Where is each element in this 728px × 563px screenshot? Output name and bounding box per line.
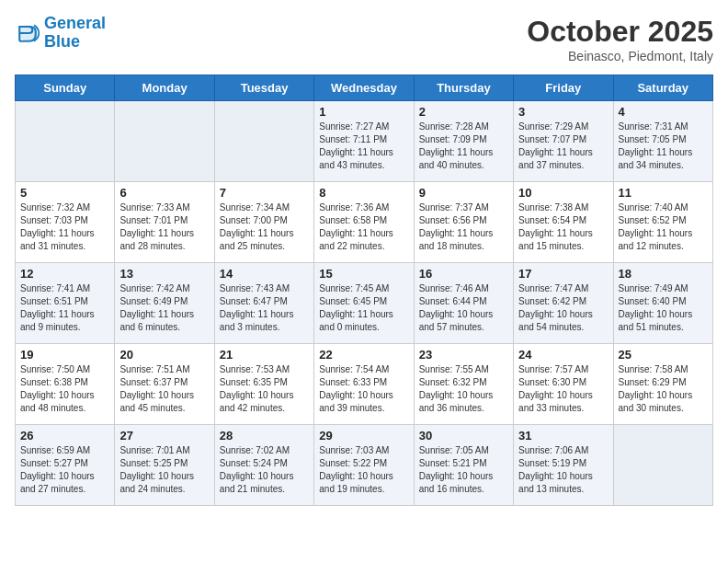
day-number: 8 <box>319 186 408 200</box>
calendar-cell: 23Sunrise: 7:55 AM Sunset: 6:32 PM Dayli… <box>414 344 513 425</box>
day-info: Sunrise: 7:28 AM Sunset: 7:09 PM Dayligh… <box>419 121 508 172</box>
calendar-cell: 26Sunrise: 6:59 AM Sunset: 5:27 PM Dayli… <box>16 425 115 506</box>
calendar-week-row: 12Sunrise: 7:41 AM Sunset: 6:51 PM Dayli… <box>16 263 713 344</box>
weekday-header: Saturday <box>613 75 712 101</box>
day-number: 19 <box>20 348 109 362</box>
calendar-cell: 18Sunrise: 7:49 AM Sunset: 6:40 PM Dayli… <box>613 263 712 344</box>
calendar-cell: 7Sunrise: 7:34 AM Sunset: 7:00 PM Daylig… <box>214 182 313 263</box>
day-number: 28 <box>220 429 309 442</box>
calendar-cell: 24Sunrise: 7:57 AM Sunset: 6:30 PM Dayli… <box>514 344 613 425</box>
day-number: 23 <box>419 348 508 362</box>
calendar-cell: 21Sunrise: 7:53 AM Sunset: 6:35 PM Dayli… <box>214 344 313 425</box>
calendar-cell: 9Sunrise: 7:37 AM Sunset: 6:56 PM Daylig… <box>414 182 513 263</box>
day-number: 2 <box>419 105 508 119</box>
day-number: 13 <box>119 267 209 281</box>
calendar-cell: 13Sunrise: 7:42 AM Sunset: 6:49 PM Dayli… <box>115 263 214 344</box>
day-number: 1 <box>319 105 408 119</box>
calendar-week-row: 19Sunrise: 7:50 AM Sunset: 6:38 PM Dayli… <box>16 344 713 425</box>
weekday-header: Wednesday <box>314 75 414 101</box>
day-number: 4 <box>619 105 708 119</box>
day-number: 30 <box>419 429 508 442</box>
day-info: Sunrise: 7:40 AM Sunset: 6:52 PM Dayligh… <box>619 201 708 253</box>
day-info: Sunrise: 7:01 AM Sunset: 5:25 PM Dayligh… <box>119 444 209 496</box>
calendar-cell: 1Sunrise: 7:27 AM Sunset: 7:11 PM Daylig… <box>314 101 414 182</box>
day-number: 12 <box>20 267 109 281</box>
calendar-cell: 28Sunrise: 7:02 AM Sunset: 5:24 PM Dayli… <box>214 425 313 506</box>
day-number: 10 <box>518 186 608 200</box>
day-info: Sunrise: 7:45 AM Sunset: 6:45 PM Dayligh… <box>319 282 408 334</box>
calendar-cell: 20Sunrise: 7:51 AM Sunset: 6:37 PM Dayli… <box>115 344 214 425</box>
day-info: Sunrise: 6:59 AM Sunset: 5:27 PM Dayligh… <box>20 444 109 496</box>
weekday-header: Thursday <box>414 75 513 101</box>
day-number: 14 <box>220 267 309 281</box>
calendar-cell: 27Sunrise: 7:01 AM Sunset: 5:25 PM Dayli… <box>115 425 214 506</box>
day-info: Sunrise: 7:34 AM Sunset: 7:00 PM Dayligh… <box>220 201 309 253</box>
calendar-cell: 8Sunrise: 7:36 AM Sunset: 6:58 PM Daylig… <box>314 182 414 263</box>
calendar-cell: 11Sunrise: 7:40 AM Sunset: 6:52 PM Dayli… <box>613 182 712 263</box>
day-info: Sunrise: 7:57 AM Sunset: 6:30 PM Dayligh… <box>518 363 608 415</box>
day-number: 9 <box>419 186 508 200</box>
day-info: Sunrise: 7:31 AM Sunset: 7:05 PM Dayligh… <box>619 121 708 172</box>
day-number: 11 <box>619 186 708 200</box>
calendar-cell: 10Sunrise: 7:38 AM Sunset: 6:54 PM Dayli… <box>514 182 613 263</box>
day-number: 18 <box>619 267 708 281</box>
calendar-cell: 14Sunrise: 7:43 AM Sunset: 6:47 PM Dayli… <box>214 263 313 344</box>
weekday-header: Tuesday <box>214 75 313 101</box>
day-info: Sunrise: 7:29 AM Sunset: 7:07 PM Dayligh… <box>518 121 608 172</box>
day-info: Sunrise: 7:37 AM Sunset: 6:56 PM Dayligh… <box>419 201 508 253</box>
calendar-cell: 12Sunrise: 7:41 AM Sunset: 6:51 PM Dayli… <box>16 263 115 344</box>
calendar-week-row: 26Sunrise: 6:59 AM Sunset: 5:27 PM Dayli… <box>16 425 713 506</box>
day-info: Sunrise: 7:55 AM Sunset: 6:32 PM Dayligh… <box>419 363 508 415</box>
day-info: Sunrise: 7:50 AM Sunset: 6:38 PM Dayligh… <box>20 363 109 415</box>
calendar-cell <box>214 101 313 182</box>
day-info: Sunrise: 7:03 AM Sunset: 5:22 PM Dayligh… <box>319 444 408 496</box>
location: Beinasco, Piedmont, Italy <box>527 49 713 63</box>
day-info: Sunrise: 7:41 AM Sunset: 6:51 PM Dayligh… <box>20 282 109 334</box>
calendar-cell: 2Sunrise: 7:28 AM Sunset: 7:09 PM Daylig… <box>414 101 513 182</box>
day-info: Sunrise: 7:02 AM Sunset: 5:24 PM Dayligh… <box>220 444 309 496</box>
calendar-table: SundayMondayTuesdayWednesdayThursdayFrid… <box>15 75 713 506</box>
day-info: Sunrise: 7:46 AM Sunset: 6:44 PM Dayligh… <box>419 282 508 334</box>
weekday-header: Friday <box>514 75 613 101</box>
day-number: 31 <box>518 429 608 442</box>
calendar-cell: 4Sunrise: 7:31 AM Sunset: 7:05 PM Daylig… <box>613 101 712 182</box>
calendar-cell: 17Sunrise: 7:47 AM Sunset: 6:42 PM Dayli… <box>514 263 613 344</box>
calendar-cell <box>115 101 214 182</box>
day-info: Sunrise: 7:58 AM Sunset: 6:29 PM Dayligh… <box>619 363 708 415</box>
calendar-cell <box>613 425 712 506</box>
calendar-cell: 3Sunrise: 7:29 AM Sunset: 7:07 PM Daylig… <box>514 101 613 182</box>
day-number: 16 <box>419 267 508 281</box>
calendar-cell: 5Sunrise: 7:32 AM Sunset: 7:03 PM Daylig… <box>16 182 115 263</box>
day-number: 22 <box>319 348 408 362</box>
calendar-cell <box>16 101 115 182</box>
day-number: 7 <box>220 186 309 200</box>
day-info: Sunrise: 7:42 AM Sunset: 6:49 PM Dayligh… <box>119 282 209 334</box>
calendar-week-row: 5Sunrise: 7:32 AM Sunset: 7:03 PM Daylig… <box>16 182 713 263</box>
day-info: Sunrise: 7:27 AM Sunset: 7:11 PM Dayligh… <box>319 121 408 172</box>
day-number: 20 <box>119 348 209 362</box>
weekday-header: Sunday <box>16 75 115 101</box>
day-info: Sunrise: 7:38 AM Sunset: 6:54 PM Dayligh… <box>518 201 608 253</box>
day-number: 25 <box>619 348 708 362</box>
day-number: 17 <box>518 267 608 281</box>
calendar-cell: 19Sunrise: 7:50 AM Sunset: 6:38 PM Dayli… <box>16 344 115 425</box>
day-number: 24 <box>518 348 608 362</box>
day-info: Sunrise: 7:32 AM Sunset: 7:03 PM Dayligh… <box>20 201 109 253</box>
weekday-header: Monday <box>115 75 214 101</box>
day-number: 3 <box>518 105 608 119</box>
calendar-cell: 30Sunrise: 7:05 AM Sunset: 5:21 PM Dayli… <box>414 425 513 506</box>
logo-line2: Blue <box>44 32 80 51</box>
day-info: Sunrise: 7:33 AM Sunset: 7:01 PM Dayligh… <box>119 201 209 253</box>
calendar-cell: 6Sunrise: 7:33 AM Sunset: 7:01 PM Daylig… <box>115 182 214 263</box>
logo-line1: General <box>44 14 106 32</box>
day-info: Sunrise: 7:43 AM Sunset: 6:47 PM Dayligh… <box>220 282 309 334</box>
calendar-cell: 22Sunrise: 7:54 AM Sunset: 6:33 PM Dayli… <box>314 344 414 425</box>
calendar-cell: 15Sunrise: 7:45 AM Sunset: 6:45 PM Dayli… <box>314 263 414 344</box>
day-info: Sunrise: 7:53 AM Sunset: 6:35 PM Dayligh… <box>220 363 309 415</box>
title-block: October 2025 Beinasco, Piedmont, Italy <box>527 15 713 63</box>
day-number: 27 <box>119 429 209 442</box>
calendar-cell: 25Sunrise: 7:58 AM Sunset: 6:29 PM Dayli… <box>613 344 712 425</box>
page-header: General Blue October 2025 Beinasco, Pied… <box>15 15 713 63</box>
day-info: Sunrise: 7:36 AM Sunset: 6:58 PM Dayligh… <box>319 201 408 253</box>
month-title: October 2025 <box>527 15 713 49</box>
